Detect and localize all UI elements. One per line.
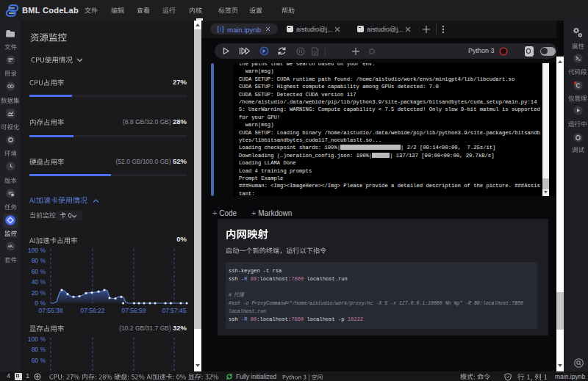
svg-text:80 %: 80 % xyxy=(32,257,46,264)
svg-text:60 %: 60 % xyxy=(32,268,46,275)
svg-text:40 %: 40 % xyxy=(32,278,46,286)
svg-text:80 %: 80 % xyxy=(32,346,46,353)
svg-text:07:57:45: 07:57:45 xyxy=(162,307,186,314)
svg-text:100 %: 100 % xyxy=(28,247,46,254)
svg-text:20 %: 20 % xyxy=(32,289,46,297)
svg-text:07:55:38: 07:55:38 xyxy=(38,307,62,314)
svg-text:07:56:22: 07:56:22 xyxy=(80,307,104,314)
svg-text:60 %: 60 % xyxy=(32,357,46,364)
svg-text:100 %: 100 % xyxy=(28,335,46,343)
svg-text:0 %: 0 % xyxy=(35,300,46,307)
svg-text:07:56:59: 07:56:59 xyxy=(121,307,146,314)
